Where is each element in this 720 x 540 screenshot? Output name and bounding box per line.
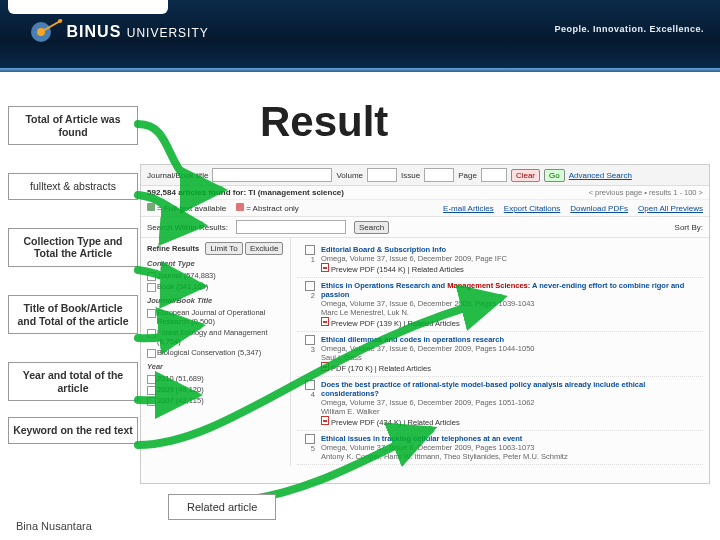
legend-toolbar: = Full-text available = Abstract only E-… [141, 200, 709, 217]
callout-labels: Total of Article was found fulltext & ab… [8, 106, 138, 472]
header-notch [8, 0, 168, 14]
results-list: 1 Editorial Board & Subscription Info Om… [291, 238, 709, 466]
pdf-icon [321, 416, 329, 425]
facet-content-journal[interactable]: Journal (574,883) [147, 270, 284, 281]
result-title[interactable]: Ethical issues in tracking cellular tele… [321, 434, 703, 443]
content-type-head: Content Type [147, 259, 284, 268]
results-summary-row: 592,584 articles found for: TI (manageme… [141, 186, 709, 200]
download-pdfs-link[interactable]: Download PDFs [570, 204, 628, 213]
pdf-icon [321, 263, 329, 272]
exclude-button[interactable]: Exclude [245, 242, 283, 255]
keyword-highlight: Management Sciences [447, 281, 527, 290]
logo-icon [28, 14, 64, 50]
result-row: 3 Ethical dilemmas and codes in operatio… [297, 332, 703, 377]
issue-input[interactable] [424, 168, 454, 182]
fulltext-legend: = Full-text available [147, 203, 226, 213]
facet-journal-2[interactable]: Biological Conservation (5,347) [147, 347, 284, 358]
result-row: 2 Ethics in Operations Research and Mana… [297, 278, 703, 332]
year-head: Year [147, 362, 284, 371]
clear-button[interactable]: Clear [511, 169, 540, 182]
footer-text: Bina Nusantara [16, 520, 92, 532]
logo-text: BINUS UNIVERSITY [67, 23, 209, 41]
advanced-search-link[interactable]: Advanced Search [569, 171, 632, 180]
pdf-icon [321, 317, 329, 326]
facet-content-book[interactable]: Book (341,109) [147, 281, 284, 292]
label-fulltext-abstracts: fulltext & abstracts [8, 173, 138, 200]
result-row: 1 Editorial Board & Subscription Info Om… [297, 242, 703, 278]
page-title: Result [260, 98, 388, 146]
search-within-row: Search Within Results: Search Sort By: [141, 217, 709, 238]
open-all-previews-link[interactable]: Open All Previews [638, 204, 703, 213]
result-row: 5 Ethical issues in tracking cellular te… [297, 431, 703, 465]
facets-panel: Refine Results Limit To Exclude Content … [141, 238, 291, 466]
limit-to-button[interactable]: Limit To [205, 242, 242, 255]
results-found: 592,584 articles found for: TI (manageme… [147, 188, 344, 197]
fulltext-icon [147, 203, 155, 211]
email-articles-link[interactable]: E-mail Articles [443, 204, 494, 213]
volume-input[interactable] [367, 168, 397, 182]
result-title[interactable]: Ethics in Operations Research and Manage… [321, 281, 703, 299]
screenshot-panel: Journal/Book title Volume Issue Page Cle… [140, 164, 710, 484]
label-title-total: Title of Book/Article and Total of the a… [8, 295, 138, 334]
result-checkbox[interactable] [305, 380, 315, 390]
journal-label: Journal/Book title [147, 171, 208, 180]
label-keyword-red: Keyword on the red text [8, 417, 138, 444]
issue-label: Issue [401, 171, 420, 180]
result-checkbox[interactable] [305, 245, 315, 255]
search-within-button[interactable]: Search [354, 221, 389, 234]
facet-journal-1[interactable]: Forest Ecology and Management (6,754) [147, 327, 284, 347]
related-article-label: Related article [168, 494, 276, 520]
svg-point-2 [58, 19, 62, 23]
pdf-icon [321, 362, 329, 371]
journal-title-head: Journal/Book Title [147, 296, 284, 305]
abstract-legend: = Abstract only [236, 203, 299, 213]
facet-year-0[interactable]: 2010 (51,689) [147, 373, 284, 384]
result-title[interactable]: Ethical dilemmas and codes in operations… [321, 335, 703, 344]
tagline: People. Innovation. Excellence. [554, 24, 704, 34]
facet-year-1[interactable]: 2009 (49,120) [147, 384, 284, 395]
binus-logo: BINUS UNIVERSITY [28, 14, 209, 50]
search-within-label: Search Within Results: [147, 223, 228, 232]
result-title[interactable]: Does the best practice of rational-style… [321, 380, 703, 398]
page-label: Page [458, 171, 477, 180]
pagination[interactable]: < previous page • results 1 - 100 > [589, 188, 703, 197]
sort-by-label: Sort By: [675, 223, 703, 232]
result-title[interactable]: Editorial Board & Subscription Info [321, 245, 703, 254]
result-checkbox[interactable] [305, 434, 315, 444]
label-total-articles: Total of Article was found [8, 106, 138, 145]
page-input[interactable] [481, 168, 507, 182]
label-collection-type: Collection Type and Total the Article [8, 228, 138, 267]
go-button[interactable]: Go [544, 169, 565, 182]
journal-input[interactable] [212, 168, 332, 182]
result-checkbox[interactable] [305, 335, 315, 345]
abstract-icon [236, 203, 244, 211]
result-meta: Omega, Volume 37, Issue 6, December 2009… [321, 254, 703, 263]
result-row: 4 Does the best practice of rational-sty… [297, 377, 703, 431]
result-checkbox[interactable] [305, 281, 315, 291]
facet-year-2[interactable]: 2007 (42,115) [147, 395, 284, 406]
result-links: Preview PDF (1544 K) | Related Articles [321, 263, 703, 274]
label-year-total: Year and total of the article [8, 362, 138, 401]
facet-journal-0[interactable]: European Journal of Operational Research… [147, 307, 284, 327]
slide-header: BINUS UNIVERSITY People. Innovation. Exc… [0, 0, 720, 72]
search-bar: Journal/Book title Volume Issue Page Cle… [141, 165, 709, 186]
refine-header: Refine Results Limit To Exclude [147, 242, 284, 255]
volume-label: Volume [336, 171, 363, 180]
search-within-input[interactable] [236, 220, 346, 234]
export-citations-link[interactable]: Export Citations [504, 204, 560, 213]
